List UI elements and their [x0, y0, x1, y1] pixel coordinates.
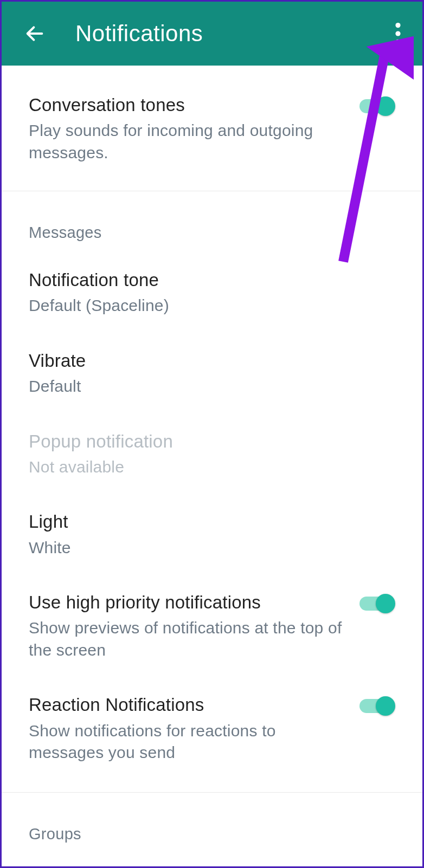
notification-tone-value: Default (Spaceline)	[29, 295, 395, 317]
conversation-tones-switch[interactable]	[356, 94, 395, 118]
light-item[interactable]: Light White	[2, 494, 422, 575]
messages-section-label: Messages	[2, 191, 422, 252]
popup-notification-item: Popup notification Not available	[2, 414, 422, 495]
app-bar: Notifications	[2, 2, 422, 66]
notification-tone-item[interactable]: Notification tone Default (Spaceline)	[2, 252, 422, 333]
high-priority-item[interactable]: Use high priority notifications Show pre…	[2, 575, 422, 677]
conversation-tones-subtitle: Play sounds for incoming and outgoing me…	[29, 120, 351, 164]
high-priority-title: Use high priority notifications	[29, 591, 351, 614]
switch-thumb	[376, 696, 395, 716]
more-options-button[interactable]	[384, 20, 412, 47]
groups-section-label: Groups	[2, 793, 422, 854]
page-title: Notifications	[75, 21, 203, 47]
svg-point-2	[395, 40, 400, 44]
conversation-tones-item[interactable]: Conversation tones Play sounds for incom…	[2, 66, 422, 191]
back-arrow-icon	[24, 23, 46, 44]
vibrate-item[interactable]: Vibrate Default	[2, 333, 422, 414]
conversation-tones-text: Conversation tones Play sounds for incom…	[29, 94, 351, 164]
notification-tone-title: Notification tone	[29, 269, 395, 292]
reaction-notifications-item[interactable]: Reaction Notifications Show notification…	[2, 677, 422, 780]
svg-point-0	[395, 23, 400, 28]
reaction-title: Reaction Notifications	[29, 694, 351, 716]
high-priority-switch[interactable]	[356, 591, 395, 615]
switch-thumb	[376, 96, 395, 116]
popup-value: Not available	[29, 456, 395, 478]
popup-title: Popup notification	[29, 430, 395, 453]
light-title: Light	[29, 510, 395, 533]
vibrate-value: Default	[29, 375, 395, 398]
back-button[interactable]	[21, 20, 48, 47]
vibrate-title: Vibrate	[29, 349, 395, 372]
conversation-tones-title: Conversation tones	[29, 94, 351, 116]
light-value: White	[29, 537, 395, 559]
high-priority-subtitle: Show previews of notifications at the to…	[29, 617, 351, 661]
reaction-notifications-switch[interactable]	[356, 694, 395, 717]
reaction-subtitle: Show notifications for reactions to mess…	[29, 720, 351, 764]
switch-thumb	[376, 594, 395, 613]
more-vertical-icon	[395, 23, 401, 44]
svg-point-1	[395, 31, 400, 36]
